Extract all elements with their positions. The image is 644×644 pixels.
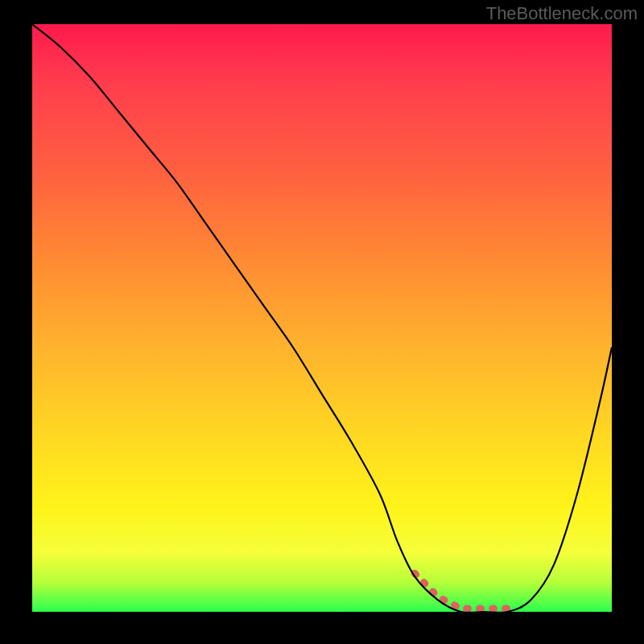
chart-svg [32, 24, 612, 612]
optimal-range-band [415, 573, 507, 609]
watermark-text: TheBottleneck.com [486, 3, 638, 24]
chart-gradient-area [32, 24, 612, 612]
bottleneck-curve [32, 24, 612, 612]
